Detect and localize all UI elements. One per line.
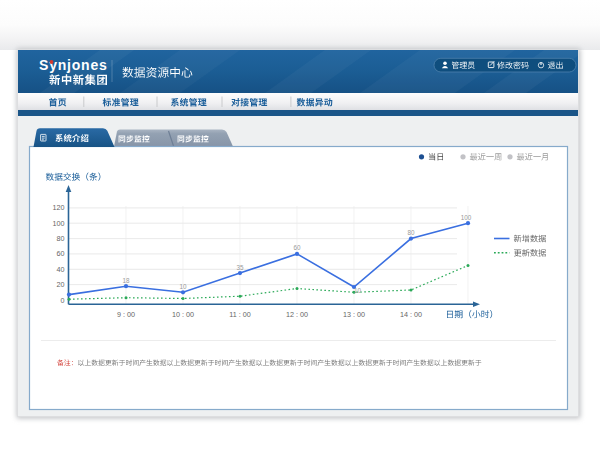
svg-text:9 : 00: 9 : 00 (117, 310, 135, 319)
svg-text:80: 80 (57, 234, 65, 243)
svg-text:Synjones: Synjones (39, 57, 108, 73)
svg-text:120: 120 (53, 203, 65, 212)
svg-text:10: 10 (179, 283, 187, 290)
svg-text:40: 40 (57, 265, 65, 274)
svg-text:80: 80 (407, 229, 415, 236)
svg-text:0: 0 (61, 296, 65, 305)
svg-text:35: 35 (236, 264, 244, 271)
svg-text:13 : 00: 13 : 00 (343, 310, 365, 319)
svg-text:11 : 00: 11 : 00 (229, 310, 250, 319)
svg-text:12 : 00: 12 : 00 (286, 310, 308, 319)
svg-text:10: 10 (354, 287, 362, 294)
svg-text:14 : 00: 14 : 00 (400, 310, 422, 319)
svg-text:10 : 00: 10 : 00 (172, 310, 194, 319)
svg-text:100: 100 (461, 214, 472, 221)
svg-text:100: 100 (53, 219, 65, 228)
svg-text:18: 18 (122, 277, 130, 284)
svg-text:60: 60 (57, 249, 65, 258)
svg-text:20: 20 (57, 280, 65, 289)
svg-text:60: 60 (293, 244, 301, 251)
